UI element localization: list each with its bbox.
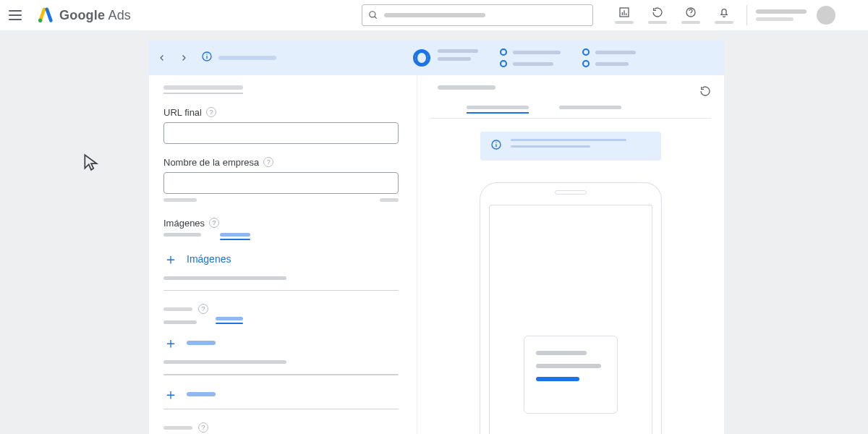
preview-tab-1[interactable] (467, 106, 529, 114)
search-icon (368, 10, 378, 20)
form-panel: URL final ? Nombre de la empresa ? Imáge… (149, 75, 417, 434)
helper-row (163, 198, 399, 202)
brand-logo[interactable]: Google Ads (38, 7, 131, 23)
plus-icon: ＋ (163, 336, 178, 350)
preview-tab-2[interactable] (559, 106, 621, 114)
svg-point-14 (495, 142, 496, 142)
top-bar: Google Ads (0, 0, 868, 30)
forward-icon[interactable] (179, 54, 188, 62)
url-final-label: URL final ? (163, 107, 402, 118)
subtab[interactable] (163, 320, 197, 324)
step-2[interactable] (500, 48, 561, 67)
images-label: Imágenes ? (163, 218, 402, 229)
separator (746, 5, 747, 25)
avatar[interactable] (817, 6, 835, 25)
ads-logo-icon (38, 7, 54, 23)
add-item-button-2[interactable]: ＋ (163, 387, 402, 401)
back-icon[interactable] (158, 54, 166, 62)
brand-text: Google Ads (59, 8, 131, 23)
stepper-crumb (218, 56, 276, 60)
svg-point-11 (206, 54, 207, 54)
images-tab-2[interactable] (220, 233, 250, 240)
help-icon[interactable]: ? (198, 422, 208, 433)
company-name-input[interactable] (163, 172, 399, 194)
info-icon (490, 139, 502, 153)
step-3[interactable] (582, 48, 636, 67)
help-icon[interactable]: ? (198, 304, 208, 314)
info-icon[interactable] (201, 51, 213, 65)
search-input[interactable] (362, 4, 593, 26)
plus-icon: ＋ (163, 252, 178, 266)
help-icon[interactable] (674, 0, 707, 30)
preview-panel (417, 75, 724, 434)
search-placeholder (384, 13, 485, 17)
reports-icon[interactable] (608, 0, 641, 30)
images-tab-1[interactable] (163, 233, 201, 240)
refresh-icon[interactable] (641, 0, 674, 30)
step-current[interactable] (413, 49, 478, 67)
section-label: ? (163, 304, 402, 314)
svg-point-0 (38, 19, 43, 23)
help-icon[interactable]: ? (263, 157, 273, 167)
preview-title (438, 85, 495, 90)
company-name-label: Nombre de la empresa ? (163, 157, 402, 168)
svg-point-8 (690, 14, 691, 15)
svg-line-2 (375, 17, 377, 19)
subtab[interactable] (216, 317, 243, 324)
cursor-icon (82, 152, 101, 175)
notifications-icon[interactable] (707, 0, 741, 30)
ad-card-preview (524, 336, 618, 414)
section-label: ? (163, 422, 402, 433)
images-subtabs (163, 233, 402, 240)
svg-point-1 (370, 12, 375, 17)
stepper-bar (149, 41, 724, 75)
add-item-button-1[interactable]: ＋ (163, 336, 402, 350)
account-meta[interactable] (756, 9, 807, 21)
url-final-input[interactable] (163, 122, 399, 144)
help-icon[interactable]: ? (206, 107, 216, 117)
add-images-button[interactable]: ＋ Imágenes (163, 252, 402, 266)
preview-info-banner (480, 132, 661, 161)
refresh-preview-icon[interactable] (699, 85, 711, 100)
phone-preview (480, 182, 662, 434)
help-icon[interactable]: ? (209, 218, 219, 228)
plus-icon: ＋ (163, 387, 178, 401)
menu-icon[interactable] (9, 7, 25, 23)
